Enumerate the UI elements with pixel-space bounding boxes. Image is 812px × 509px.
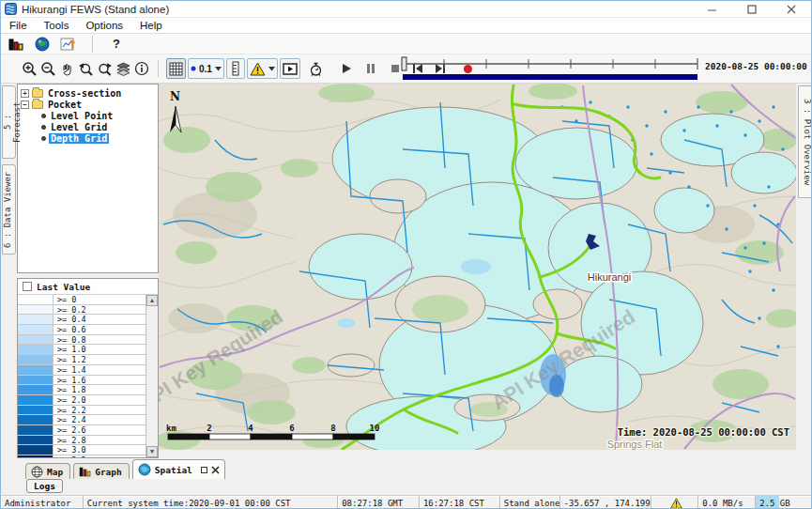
- ruler-icon: [231, 61, 240, 76]
- tree-item-level-grid[interactable]: Level Grid: [21, 121, 158, 132]
- logs-button[interactable]: Logs: [26, 479, 63, 493]
- tree-item-label: Pocket: [46, 100, 84, 110]
- database-viewer-button[interactable]: [7, 34, 25, 54]
- legend-label: >= 2.6: [54, 425, 86, 435]
- collapse-icon[interactable]: −: [21, 100, 29, 109]
- scroll-up-icon[interactable]: ▲: [146, 295, 158, 306]
- minimize-icon: [708, 5, 717, 14]
- zoom-in-icon: [22, 61, 38, 77]
- help-button[interactable]: ?: [107, 34, 126, 54]
- play-button[interactable]: [337, 58, 356, 79]
- tree-item-label: Cross-section: [46, 88, 123, 99]
- title-bar: Hikurangi FEWS (Stand alone): [1, 1, 811, 18]
- grid-display-toggle[interactable]: [166, 58, 186, 79]
- bullet-icon: [41, 114, 46, 118]
- app-logo-icon: [5, 3, 17, 15]
- legend-row: >= 2.4: [18, 415, 146, 425]
- wire-globe-icon: [31, 466, 43, 478]
- scale-ruler-toggle[interactable]: [226, 58, 245, 79]
- legend-row: >= 0.2: [18, 305, 146, 316]
- zoom-next-button[interactable]: [95, 58, 114, 79]
- legend-swatch: [18, 415, 54, 424]
- bar-chart-icon: [79, 466, 91, 477]
- tab-map[interactable]: Map: [25, 463, 70, 479]
- tab-data-viewer[interactable]: 6 : Data Viewer: [2, 164, 16, 254]
- timeseries-display-button[interactable]: [59, 34, 78, 54]
- warning-filter-dropdown[interactable]: [247, 58, 278, 79]
- legend-label: >= 1.2: [54, 355, 86, 364]
- expand-icon[interactable]: +: [21, 89, 29, 98]
- status-warning-cell[interactable]: [651, 496, 698, 509]
- animation-toggle[interactable]: [280, 58, 300, 79]
- tree-item-level-point[interactable]: Level Point: [21, 110, 158, 121]
- status-user: Administrator: [1, 496, 84, 509]
- tree-item-depth-grid[interactable]: Depth Grid: [21, 132, 158, 144]
- legend-row: >= 1.8: [18, 385, 146, 395]
- tab-graph[interactable]: Graph: [73, 463, 130, 479]
- time-slider-thumb[interactable]: [402, 57, 406, 70]
- tab-plot-overview[interactable]: 3 : Plot Overview: [798, 85, 812, 198]
- legend-scrollbar[interactable]: ▲ ▼: [146, 295, 158, 457]
- scale-tick: 8: [330, 424, 335, 433]
- legend-row: >= 0.8: [18, 335, 146, 346]
- legend-label: >= 3.0: [54, 445, 86, 455]
- chart-arrow-icon: [60, 37, 77, 52]
- menu-tools[interactable]: Tools: [36, 20, 78, 31]
- minimize-button[interactable]: [693, 1, 732, 18]
- legend-swatch: [18, 445, 54, 455]
- legend-swatch: [18, 295, 54, 304]
- last-value-label: Last Value: [37, 282, 90, 292]
- legend-label: >= 2.2: [54, 406, 86, 415]
- point-dot-icon: [191, 66, 196, 71]
- tree-item-label: Level Grid: [49, 122, 109, 132]
- close-icon: [787, 5, 796, 14]
- zoom-next-icon: [97, 61, 113, 77]
- info-icon: [134, 61, 149, 76]
- legend-row: >= 0.6: [18, 325, 146, 335]
- status-bar: Administrator Current system time:2020-0…: [1, 495, 811, 509]
- menu-file[interactable]: File: [1, 20, 36, 31]
- legend-swatch: [18, 425, 54, 435]
- legend-swatch: [18, 305, 54, 315]
- tab-close-icon[interactable]: [211, 466, 220, 474]
- zoom-out-button[interactable]: [38, 58, 57, 79]
- menu-options[interactable]: Options: [77, 20, 131, 31]
- legend-swatch: [18, 376, 54, 385]
- map-bottom-gap: [159, 450, 796, 458]
- map-canvas: API Key Required API Key Required Hikura…: [159, 84, 796, 450]
- layers-button[interactable]: [114, 58, 132, 79]
- zoom-previous-icon: [78, 61, 94, 77]
- legend-row: >= 1.4: [18, 365, 146, 376]
- maximize-button[interactable]: [732, 1, 772, 18]
- tab-maximize-icon[interactable]: [201, 467, 207, 473]
- time-slider[interactable]: [400, 55, 700, 82]
- menu-help[interactable]: Help: [131, 20, 171, 31]
- legend-label: >= 0: [54, 295, 76, 304]
- filter-tree: + Cross-section − Pocket Level Point Lev…: [17, 84, 159, 273]
- tab-forecast[interactable]: 5 : Forecast: [2, 85, 16, 159]
- tab-spatial[interactable]: Spatial: [132, 459, 225, 479]
- map-viewport[interactable]: API Key Required API Key Required Hikura…: [159, 84, 796, 458]
- logs-row: Logs: [1, 479, 811, 495]
- north-label: N: [170, 90, 180, 103]
- close-button[interactable]: [772, 1, 811, 18]
- pan-hand-icon: [59, 61, 74, 77]
- info-button[interactable]: [132, 58, 151, 79]
- zoom-previous-button[interactable]: [76, 58, 95, 79]
- last-value-checkbox[interactable]: [23, 282, 32, 291]
- main-area: 5 : Forecast 6 : Data Viewer + Cross-sec…: [1, 84, 812, 458]
- pause-button[interactable]: [361, 58, 380, 79]
- tree-item-cross-section[interactable]: + Cross-section: [21, 87, 158, 99]
- scroll-down-icon[interactable]: ▼: [146, 446, 158, 457]
- legend-row: >= 2.2: [18, 406, 146, 416]
- chevron-down-icon: [268, 67, 275, 71]
- pan-button[interactable]: [57, 58, 76, 79]
- legend-row: >= 1.0: [18, 345, 146, 355]
- profile-tool-button[interactable]: [307, 58, 326, 79]
- map-display-button[interactable]: [33, 34, 52, 54]
- label-threshold-dropdown[interactable]: 0.1: [188, 58, 224, 79]
- legend-swatch: [18, 355, 54, 364]
- window-title: Hikurangi FEWS (Stand alone): [22, 4, 169, 15]
- tree-item-pocket[interactable]: − Pocket: [21, 99, 158, 110]
- zoom-in-button[interactable]: [20, 58, 38, 79]
